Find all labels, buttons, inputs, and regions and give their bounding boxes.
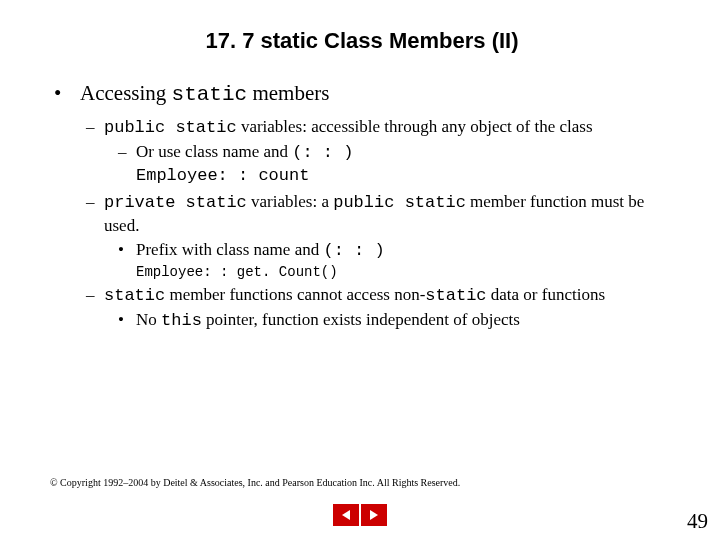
bullet-level3: • No this pointer, function exists indep… — [118, 309, 670, 332]
text-frag: pointer, function exists independent of … — [202, 310, 520, 329]
text-line: Prefix with class name and (: : ) — [136, 239, 385, 262]
text-line: public static variables: accessible thro… — [104, 116, 593, 139]
bullet-dot: • — [118, 309, 136, 332]
text-frag: members — [247, 81, 329, 105]
copyright-text: © Copyright 1992–2004 by Deitel & Associ… — [50, 477, 460, 488]
page-number: 49 — [687, 509, 708, 534]
bullet-level3: – Or use class name and (: : ) — [118, 141, 670, 164]
text-line: Accessing static members — [80, 80, 329, 108]
text-frag: variables: accessible through any object… — [237, 117, 593, 136]
text-line: No this pointer, function exists indepen… — [136, 309, 520, 332]
dash: – — [86, 191, 104, 236]
code-frag: this — [161, 311, 202, 330]
code-frag: private static — [104, 193, 247, 212]
slide-body: • Accessing static members – public stat… — [54, 80, 670, 332]
svg-marker-0 — [342, 510, 350, 520]
nav-controls — [0, 504, 720, 526]
code-line: Employee: : get. Count() — [136, 264, 670, 280]
dash: – — [86, 284, 104, 307]
text-frag: No — [136, 310, 161, 329]
bullet-dot: • — [118, 239, 136, 262]
code-frag: public static — [104, 118, 237, 137]
triangle-left-icon — [339, 508, 353, 522]
dash: – — [86, 116, 104, 139]
text-line: static member functions cannot access no… — [104, 284, 605, 307]
bullet-level1: • Accessing static members — [54, 80, 670, 108]
code-frag: (: : ) — [323, 241, 384, 260]
text-frag: Prefix with class name and — [136, 240, 323, 259]
text-frag: Accessing — [80, 81, 172, 105]
svg-marker-1 — [370, 510, 378, 520]
bullet-level2: – private static variables: a public sta… — [86, 191, 670, 236]
code-frag: public static — [333, 193, 466, 212]
code-frag: static — [425, 286, 486, 305]
text-frag: Or use class name and — [136, 142, 292, 161]
code-frag: static — [104, 286, 165, 305]
bullet-level3: • Prefix with class name and (: : ) — [118, 239, 670, 262]
bullet-dot: • — [54, 80, 80, 108]
dash: – — [118, 141, 136, 164]
slide-title: 17. 7 static Class Members (II) — [54, 28, 670, 54]
code-line: Employee: : count — [136, 166, 670, 185]
prev-button[interactable] — [333, 504, 359, 526]
text-line: Or use class name and (: : ) — [136, 141, 353, 164]
text-frag: member functions cannot access non- — [165, 285, 425, 304]
text-line: private static variables: a public stati… — [104, 191, 670, 236]
next-button[interactable] — [361, 504, 387, 526]
text-frag: variables: a — [247, 192, 333, 211]
bullet-level2: – public static variables: accessible th… — [86, 116, 670, 139]
code-frag: static — [172, 83, 248, 106]
text-frag: data or functions — [487, 285, 606, 304]
triangle-right-icon — [367, 508, 381, 522]
code-frag: (: : ) — [292, 143, 353, 162]
bullet-level2: – static member functions cannot access … — [86, 284, 670, 307]
